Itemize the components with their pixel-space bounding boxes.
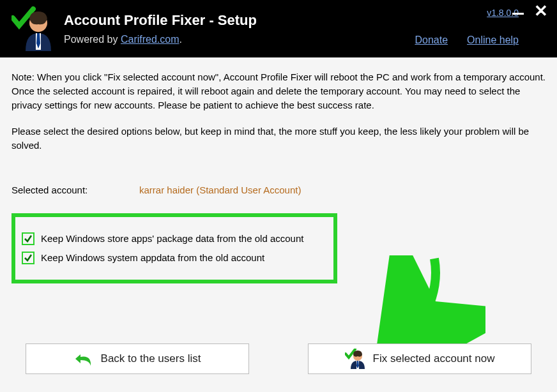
- app-header: Account Profile Fixer - Setup Powered by…: [0, 0, 557, 57]
- content-area: Note: When you click "Fix selected accou…: [0, 57, 557, 296]
- note-p1: Note: When you click "Fix selected accou…: [11, 70, 546, 112]
- option2-label: Keep Windows system appdata from the old…: [41, 252, 264, 263]
- fix-button[interactable]: Fix selected account now: [308, 343, 531, 374]
- powered-by: Powered by Carifred.com.: [64, 34, 257, 45]
- donate-link[interactable]: Donate: [415, 34, 448, 46]
- checkbox-checked-icon[interactable]: [22, 232, 34, 245]
- online-help-link[interactable]: Online help: [467, 34, 519, 46]
- avatar-check-icon: [345, 349, 365, 369]
- option-keep-store-apps[interactable]: Keep Windows store apps' package data fr…: [22, 232, 327, 245]
- undo-icon: [74, 352, 93, 366]
- fix-button-label: Fix selected account now: [373, 352, 495, 365]
- selected-account-row: Selected account: karrar haider (Standar…: [11, 185, 546, 195]
- close-button[interactable]: ✕: [534, 4, 548, 18]
- selected-account-label: Selected account:: [11, 185, 139, 195]
- action-row: Back to the users list Fix selected acco…: [0, 343, 557, 374]
- options-highlight-box: Keep Windows store apps' package data fr…: [11, 213, 337, 283]
- carifred-link[interactable]: Carifred.com: [121, 34, 179, 45]
- option1-label: Keep Windows store apps' package data fr…: [41, 233, 303, 244]
- option-keep-appdata[interactable]: Keep Windows system appdata from the old…: [22, 252, 327, 264]
- selected-account-value: karrar haider (Standard User Account): [139, 185, 301, 195]
- header-links: Donate Online help: [415, 34, 519, 46]
- note-p2: Please select the desired options below,…: [11, 124, 546, 153]
- window-controls: ✕: [512, 4, 548, 18]
- app-title: Account Profile Fixer - Setup: [64, 12, 257, 29]
- back-button-label: Back to the users list: [101, 352, 201, 365]
- title-block: Account Profile Fixer - Setup Powered by…: [64, 12, 257, 45]
- checkbox-checked-icon[interactable]: [22, 252, 34, 264]
- back-button[interactable]: Back to the users list: [26, 343, 249, 374]
- minimize-button[interactable]: [512, 13, 524, 15]
- app-logo: [11, 6, 52, 51]
